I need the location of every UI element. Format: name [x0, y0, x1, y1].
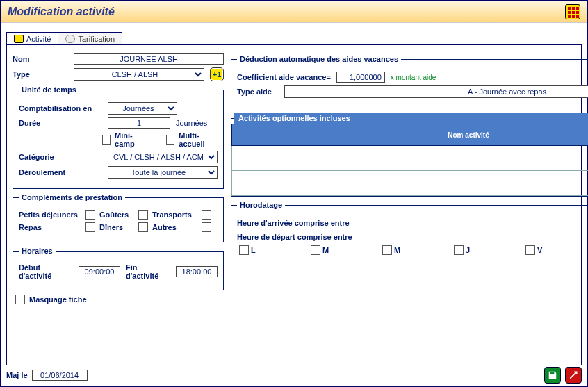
close-arrow-icon	[569, 370, 578, 380]
maj-input[interactable]	[32, 370, 88, 381]
nom-input[interactable]	[74, 53, 224, 65]
type-select[interactable]: CLSH / ALSH	[74, 68, 204, 81]
horaires-fieldset: Horaires Début d'activité Fin d'activité	[13, 247, 224, 290]
body: Activité Tarification Nom Type	[6, 28, 582, 365]
table-row[interactable]	[232, 146, 589, 158]
duree-input[interactable]	[108, 117, 170, 129]
tab-activite-label: Activité	[26, 35, 51, 43]
day-L-label: L	[251, 246, 307, 254]
tab-pane: Nom Type CLSH / ALSH +1 Unité de temps	[6, 44, 582, 365]
autres-checkbox[interactable]	[202, 222, 211, 232]
minicamp-checkbox[interactable]	[102, 135, 111, 145]
repas-checkbox[interactable]	[85, 222, 95, 232]
day-J-label: J	[466, 246, 521, 254]
day-M1-label: M	[322, 246, 378, 254]
fin-label: Fin d'activité	[126, 263, 170, 280]
depart-label: Heure de départ comprise entre	[237, 233, 588, 241]
tab-tarification-label: Tarification	[78, 35, 115, 43]
table-row[interactable]	[232, 183, 589, 196]
categorie-label: Catégorie	[19, 153, 102, 161]
window-title: Modification activité	[8, 6, 115, 18]
deduction-legend: Déduction automatique des aides vacances	[237, 55, 401, 63]
deroul-select[interactable]: Toute la journée	[108, 166, 218, 179]
table-row[interactable]	[232, 171, 589, 183]
debut-label: Début d'activité	[19, 263, 73, 280]
optionnelles-fieldset: Activités optionnelles incluses Nom acti…	[231, 113, 588, 197]
save-button[interactable]	[544, 367, 561, 384]
nom-label: Nom	[13, 55, 68, 63]
unite-fieldset: Unité de temps Comptabilisation en Journ…	[13, 85, 224, 189]
horaires-legend: Horaires	[19, 247, 56, 255]
deroul-label: Déroulement	[19, 168, 102, 176]
day-M1-checkbox[interactable]	[311, 245, 320, 255]
maj-label: Maj le	[6, 371, 28, 379]
autres-label: Autres	[152, 223, 197, 231]
footer: Maj le	[6, 367, 582, 384]
categorie-select[interactable]: CVL / CLSH / ALSH / ACM	[108, 151, 218, 163]
multi-label: Multi-accueil	[179, 131, 218, 148]
deduction-fieldset: Déduction automatique des aides vacances…	[231, 55, 588, 108]
fin-input[interactable]	[176, 266, 218, 277]
day-M2-checkbox[interactable]	[382, 245, 392, 255]
window: Modification activité Activité Tarificat…	[0, 0, 588, 387]
tab-tarification[interactable]: Tarification	[58, 32, 122, 45]
duree-label: Durée	[19, 119, 102, 127]
optionnelles-legend: Activités optionnelles incluses	[234, 113, 588, 124]
left-column: Nom Type CLSH / ALSH +1 Unité de temps	[13, 51, 224, 307]
transports-label: Transports	[152, 211, 197, 219]
titlebar: Modification activité	[1, 1, 587, 23]
horodatage-legend: Horodatage	[237, 201, 285, 209]
dice-icon	[14, 35, 24, 43]
masquage-checkbox[interactable]	[15, 295, 25, 304]
diners-label: Dîners	[99, 223, 134, 231]
coef-input[interactable]	[336, 72, 385, 83]
minicamp-label: Mini-camp	[115, 131, 147, 148]
compta-select[interactable]: Journées	[108, 102, 177, 115]
multi-checkbox[interactable]	[166, 135, 174, 145]
app-icon	[565, 4, 580, 19]
tarif-icon	[65, 35, 75, 43]
complements-legend: Compléments de prestation	[19, 193, 125, 201]
diners-checkbox[interactable]	[138, 222, 148, 232]
close-button[interactable]	[565, 367, 582, 384]
debut-input[interactable]	[79, 266, 120, 277]
day-M2-label: M	[394, 246, 450, 254]
gouters-checkbox[interactable]	[138, 210, 148, 220]
day-L-checkbox[interactable]	[239, 245, 249, 255]
coef-label: Coefficient aide vacance=	[237, 73, 331, 81]
floppy-icon	[548, 370, 557, 380]
transports-checkbox[interactable]	[202, 210, 211, 220]
petits-label: Petits déjeuners	[19, 211, 81, 219]
horodatage-fieldset: Horodatage Heure d'arrivée comprise entr…	[231, 201, 588, 265]
typeaide-select[interactable]: A - Journée avec repas	[284, 85, 588, 98]
optionnelles-table: Nom activité Durée minutes	[231, 124, 588, 196]
type-label: Type	[13, 70, 68, 79]
day-V-checkbox[interactable]	[525, 245, 535, 255]
tab-activite[interactable]: Activité	[6, 32, 58, 45]
compta-label: Comptabilisation en	[19, 104, 102, 113]
right-column: Déduction automatique des aides vacances…	[231, 51, 588, 307]
petits-checkbox[interactable]	[85, 210, 95, 220]
masquage-label: Masquage fiche	[29, 295, 87, 304]
tab-row: Activité Tarification	[6, 28, 582, 45]
arrivee-label: Heure d'arrivée comprise entre	[237, 219, 588, 227]
day-V-label: V	[537, 246, 588, 254]
unite-legend: Unité de temps	[19, 85, 79, 94]
xmontant-label: x montant aide	[391, 74, 436, 81]
gouters-label: Goûters	[99, 211, 134, 219]
table-row[interactable]	[232, 158, 589, 171]
complements-fieldset: Compléments de prestation Petits déjeune…	[13, 193, 224, 242]
add-type-button[interactable]: +1	[210, 67, 224, 81]
col-nom-header: Nom activité	[232, 124, 589, 146]
duree-unit: Journées	[176, 119, 207, 127]
repas-label: Repas	[19, 223, 81, 231]
typeaide-label: Type aide	[237, 88, 279, 96]
day-J-checkbox[interactable]	[454, 245, 464, 255]
